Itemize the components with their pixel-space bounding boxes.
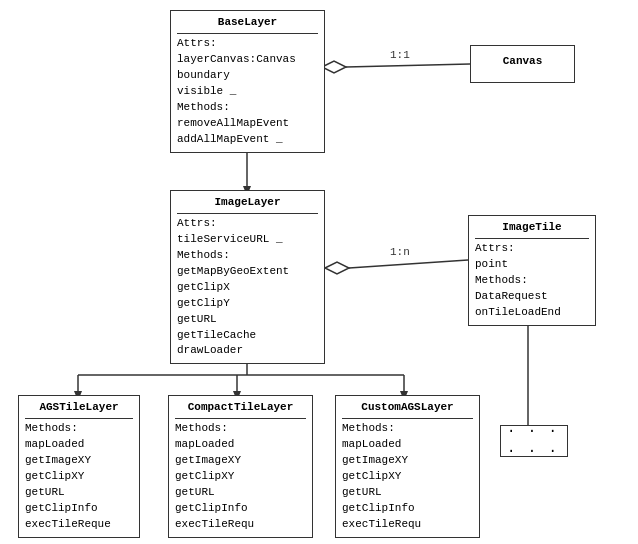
- base-layer-box: BaseLayer Attrs: layerCanvas:Canvas boun…: [170, 10, 325, 153]
- image-layer-box: ImageLayer Attrs: tileServiceURL _ Metho…: [170, 190, 325, 364]
- image-tile-attr-1: point: [475, 257, 589, 273]
- image-layer-method-5: getTileCache: [177, 328, 318, 344]
- image-tile-method-2: onTileLoadEnd: [475, 305, 589, 321]
- compact-method-1: mapLoaded: [175, 437, 306, 453]
- custom-ags-layer-title: CustomAGSLayer: [342, 400, 473, 419]
- base-layer-method-2: addAllMapEvent _: [177, 132, 318, 148]
- image-tile-methods-label: Methods:: [475, 273, 589, 289]
- image-layer-methods-label: Methods:: [177, 248, 318, 264]
- canvas-box: Canvas: [470, 45, 575, 83]
- base-layer-attr-2: boundary: [177, 68, 318, 84]
- ags-method-3: getClipXY: [25, 469, 133, 485]
- custom-method-1: mapLoaded: [342, 437, 473, 453]
- ags-method-6: execTileReque: [25, 517, 133, 533]
- ags-tile-layer-box: AGSTileLayer Methods: mapLoaded getImage…: [18, 395, 140, 538]
- custom-method-6: execTileRequ: [342, 517, 473, 533]
- base-layer-attr-3: visible _: [177, 84, 318, 100]
- compact-tile-layer-box: CompactTileLayer Methods: mapLoaded getI…: [168, 395, 313, 538]
- custom-method-2: getImageXY: [342, 453, 473, 469]
- compact-method-2: getImageXY: [175, 453, 306, 469]
- image-layer-attr-1: tileServiceURL _: [177, 232, 318, 248]
- compact-tile-layer-title: CompactTileLayer: [175, 400, 306, 419]
- custom-ags-layer-box: CustomAGSLayer Methods: mapLoaded getIma…: [335, 395, 480, 538]
- image-layer-method-4: getURL: [177, 312, 318, 328]
- svg-marker-6: [325, 262, 349, 274]
- custom-methods-label: Methods:: [342, 421, 473, 437]
- custom-method-4: getURL: [342, 485, 473, 501]
- ags-tile-layer-title: AGSTileLayer: [25, 400, 133, 419]
- uml-diagram: 1:1 1:n BaseLayer Attrs: layerCanvas:Can…: [0, 0, 638, 544]
- compact-methods-label: Methods:: [175, 421, 306, 437]
- canvas-title: Canvas: [503, 54, 543, 72]
- dots-label: · · · · · ·: [507, 421, 561, 462]
- custom-method-3: getClipXY: [342, 469, 473, 485]
- ags-method-2: getImageXY: [25, 453, 133, 469]
- image-layer-method-3: getClipY: [177, 296, 318, 312]
- base-layer-method-1: removeAllMapEvent: [177, 116, 318, 132]
- ags-methods-label: Methods:: [25, 421, 133, 437]
- image-layer-method-1: getMapByGeoExtent: [177, 264, 318, 280]
- svg-marker-0: [322, 61, 346, 73]
- image-tile-title: ImageTile: [475, 220, 589, 239]
- svg-text:1:n: 1:n: [390, 246, 410, 258]
- base-layer-title: BaseLayer: [177, 15, 318, 34]
- compact-method-5: getClipInfo: [175, 501, 306, 517]
- image-layer-method-6: drawLoader: [177, 343, 318, 359]
- base-layer-methods-label: Methods:: [177, 100, 318, 116]
- image-layer-method-2: getClipX: [177, 280, 318, 296]
- image-layer-title: ImageLayer: [177, 195, 318, 214]
- svg-line-7: [349, 260, 468, 268]
- image-tile-attrs-label: Attrs:: [475, 241, 589, 257]
- dots-box: · · · · · ·: [500, 425, 568, 457]
- compact-method-3: getClipXY: [175, 469, 306, 485]
- image-tile-method-1: DataRequest: [475, 289, 589, 305]
- svg-line-1: [346, 64, 470, 67]
- compact-method-4: getURL: [175, 485, 306, 501]
- base-layer-attrs-label: Attrs:: [177, 36, 318, 52]
- image-tile-box: ImageTile Attrs: point Methods: DataRequ…: [468, 215, 596, 326]
- custom-method-5: getClipInfo: [342, 501, 473, 517]
- svg-text:1:1: 1:1: [390, 49, 410, 61]
- ags-method-5: getClipInfo: [25, 501, 133, 517]
- base-layer-attr-1: layerCanvas:Canvas: [177, 52, 318, 68]
- compact-method-6: execTileRequ: [175, 517, 306, 533]
- ags-method-4: getURL: [25, 485, 133, 501]
- ags-method-1: mapLoaded: [25, 437, 133, 453]
- image-layer-attrs-label: Attrs:: [177, 216, 318, 232]
